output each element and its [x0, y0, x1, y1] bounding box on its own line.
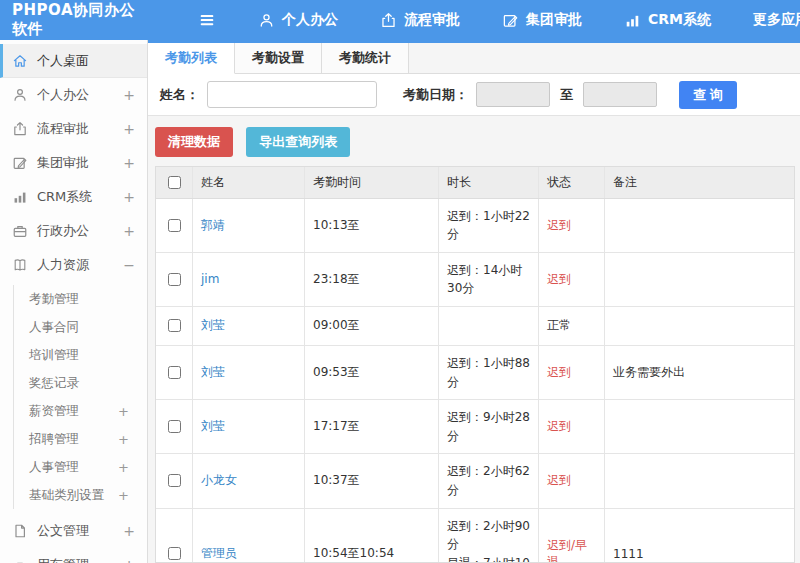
name-cell: 管理员	[193, 509, 305, 563]
search-button[interactable]: 查 询	[679, 81, 737, 109]
clean-data-button[interactable]: 清理数据	[155, 127, 233, 157]
checkbox-cell	[156, 346, 193, 399]
sidebar-item-6[interactable]: 人力资源−	[0, 248, 147, 282]
topnav-item-2[interactable]: 集团审批	[502, 11, 582, 29]
sidebar-item-0[interactable]: 个人桌面	[0, 44, 147, 78]
employee-name-link[interactable]: 管理员	[201, 545, 237, 562]
sidebar-subitem-6-2[interactable]: 培训管理	[14, 341, 147, 369]
name-cell: jim	[193, 253, 305, 306]
row-checkbox[interactable]	[168, 366, 181, 379]
sidebar-subitem-label: 人事管理	[29, 459, 79, 476]
sidebar-item-label: 行政办公	[37, 222, 89, 240]
chart-icon	[624, 12, 641, 29]
sidebar-subitem-6-6[interactable]: 人事管理+	[14, 453, 147, 481]
flow-icon	[12, 121, 28, 137]
employee-name-link[interactable]: 刘莹	[201, 364, 225, 381]
expand-toggle[interactable]: +	[118, 404, 129, 419]
attendance-time-cell: 10:54至10:54	[305, 509, 439, 563]
topnav-item-1[interactable]: 流程审批	[380, 11, 460, 29]
chart-icon	[12, 189, 28, 205]
sidebar-item-2[interactable]: 流程审批+	[0, 112, 147, 146]
sidebar-subitem-label: 基础类别设置	[29, 487, 104, 504]
to-label: 至	[560, 86, 573, 104]
attendance-table: 姓名考勤时间时长状态备注 郭靖10:13至迟到：1小时22分迟到jim23:18…	[155, 166, 795, 563]
date-to-input[interactable]	[583, 82, 657, 107]
expand-toggle[interactable]: +	[123, 155, 135, 171]
note-cell	[605, 400, 794, 453]
duration-cell: 迟到：1小时22分	[439, 199, 539, 252]
expand-toggle[interactable]: −	[123, 257, 135, 273]
checkbox-cell	[156, 253, 193, 306]
expand-toggle[interactable]: +	[123, 223, 135, 239]
note-cell	[605, 199, 794, 252]
name-search-input[interactable]	[207, 81, 377, 108]
sidebar-item-4[interactable]: CRM系统+	[0, 180, 147, 214]
topnav-item-4[interactable]: 更多应用	[753, 11, 800, 29]
expand-toggle[interactable]: +	[123, 87, 135, 103]
sidebar-item-3[interactable]: 集团审批+	[0, 146, 147, 180]
attendance-time-cell: 09:00至	[305, 307, 439, 345]
name-cell: 刘莹	[193, 400, 305, 453]
expand-toggle[interactable]: +	[123, 523, 135, 539]
expand-toggle[interactable]: +	[123, 121, 135, 137]
col-header-2: 时长	[439, 167, 539, 198]
sidebar-item-8[interactable]: 用车管理+	[0, 548, 147, 563]
employee-name-link[interactable]: 刘莹	[201, 418, 225, 435]
book-icon	[12, 257, 28, 273]
export-list-button[interactable]: 导出查询列表	[246, 127, 350, 157]
note-cell	[605, 454, 794, 507]
sidebar-subitem-6-1[interactable]: 人事合同	[14, 313, 147, 341]
sidebar: 个人桌面个人办公+流程审批+集团审批+CRM系统+行政办公+人力资源−考勤管理人…	[0, 40, 148, 563]
tab-2[interactable]: 考勤统计	[322, 43, 409, 73]
sidebar-subitem-6-0[interactable]: 考勤管理	[14, 285, 147, 313]
expand-toggle[interactable]: +	[123, 557, 135, 563]
row-checkbox[interactable]	[168, 474, 181, 487]
expand-toggle[interactable]: +	[118, 488, 129, 503]
employee-name-link[interactable]: 小龙女	[201, 472, 237, 489]
table-row-4: 刘莹17:17至迟到：9小时28分迟到	[156, 400, 794, 454]
table-header-row: 姓名考勤时间时长状态备注	[156, 167, 794, 199]
sidebar-item-label: 公文管理	[37, 522, 89, 540]
attendance-time-cell: 17:17至	[305, 400, 439, 453]
row-checkbox[interactable]	[168, 547, 181, 560]
sidebar-subitem-6-4[interactable]: 薪资管理+	[14, 397, 147, 425]
row-checkbox[interactable]	[168, 219, 181, 232]
note-cell: 1111	[605, 509, 794, 563]
topnav-item-3[interactable]: CRM系统	[624, 11, 711, 29]
status-cell: 迟到	[539, 346, 605, 399]
tab-0[interactable]: 考勤列表	[148, 43, 235, 74]
sidebar-subitem-6-5[interactable]: 招聘管理+	[14, 425, 147, 453]
user-icon	[12, 87, 28, 103]
employee-name-link[interactable]: 刘莹	[201, 317, 225, 334]
sidebar-item-7[interactable]: 公文管理+	[0, 514, 147, 548]
date-from-input[interactable]	[476, 82, 550, 107]
row-checkbox[interactable]	[168, 420, 181, 433]
tab-1[interactable]: 考勤设置	[235, 43, 322, 73]
expand-toggle[interactable]: +	[123, 189, 135, 205]
sidebar-item-1[interactable]: 个人办公+	[0, 78, 147, 112]
duration-cell	[439, 307, 539, 345]
date-label: 考勤日期：	[403, 86, 468, 104]
duration-cell: 迟到：14小时30分	[439, 253, 539, 306]
employee-name-link[interactable]: jim	[201, 272, 219, 286]
sidebar-item-label: 个人桌面	[37, 52, 89, 70]
topnav-item-label: 集团审批	[526, 11, 582, 29]
expand-toggle[interactable]: +	[118, 432, 129, 447]
sidebar-subitem-6-3[interactable]: 奖惩记录	[14, 369, 147, 397]
sidebar-subitem-6-7[interactable]: 基础类别设置+	[14, 481, 147, 509]
table-body: 郭靖10:13至迟到：1小时22分迟到jim23:18至迟到：14小时30分迟到…	[156, 199, 794, 563]
note-cell: 业务需要外出	[605, 346, 794, 399]
hamburger-button[interactable]	[198, 11, 216, 29]
note-cell	[605, 253, 794, 306]
expand-toggle[interactable]: +	[118, 460, 129, 475]
edit-icon	[502, 12, 519, 29]
sidebar-subitem-label: 招聘管理	[29, 431, 79, 448]
tab-strip: 考勤列表考勤设置考勤统计	[148, 43, 800, 74]
attendance-time-cell: 23:18至	[305, 253, 439, 306]
topnav-item-0[interactable]: 个人办公	[258, 11, 338, 29]
row-checkbox[interactable]	[168, 319, 181, 332]
select-all-checkbox[interactable]	[168, 176, 181, 189]
row-checkbox[interactable]	[168, 273, 181, 286]
employee-name-link[interactable]: 郭靖	[201, 217, 225, 234]
sidebar-item-5[interactable]: 行政办公+	[0, 214, 147, 248]
